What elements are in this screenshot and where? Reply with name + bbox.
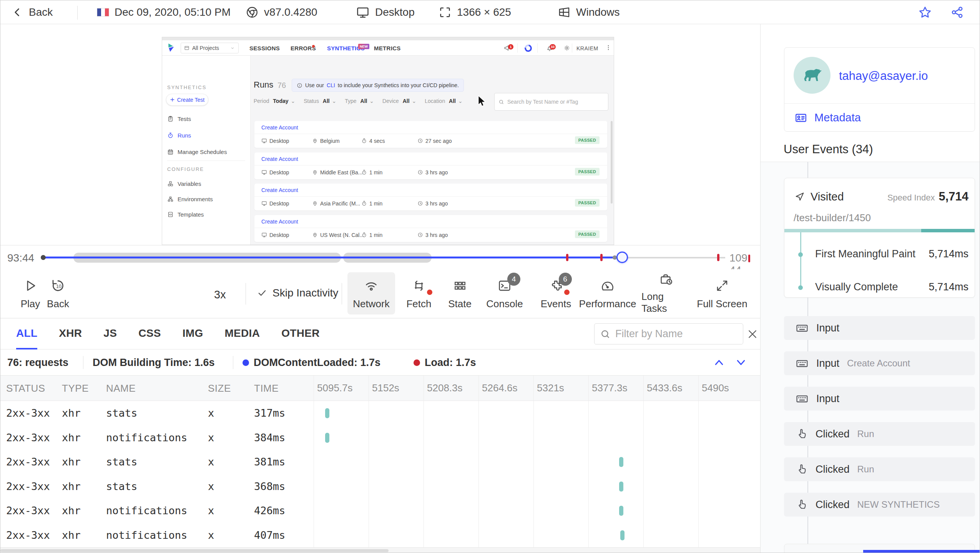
create-test-button[interactable]: Create Test: [166, 94, 208, 106]
user-event-card[interactable]: Input: [784, 316, 975, 340]
run-name-link[interactable]: Create Account: [261, 219, 298, 225]
user-event-card[interactable]: Clicked Run: [784, 422, 975, 446]
tab-metrics[interactable]: METRICS: [374, 40, 401, 56]
request-row[interactable]: 2xx-3xx xhr notifications x 407ms: [0, 523, 760, 548]
scrollbar-thumb[interactable]: [0, 549, 389, 552]
state-grid-icon: [453, 277, 467, 294]
chevron-left-icon: [12, 7, 23, 18]
filter-input[interactable]: [615, 328, 737, 340]
run-name-link[interactable]: Create Account: [261, 156, 298, 162]
user-event-card[interactable]: Input: [784, 387, 975, 411]
error-marker[interactable]: [566, 254, 568, 261]
horizontal-scrollbar[interactable]: [0, 547, 760, 553]
user-menu[interactable]: KRAIEM: [576, 45, 598, 51]
test-search-box[interactable]: [494, 93, 608, 111]
user-event-card[interactable]: Input Create Account: [784, 351, 975, 375]
filter-box[interactable]: [594, 323, 743, 344]
divider: [517, 43, 518, 53]
network-tab[interactable]: JS: [103, 318, 117, 349]
network-tab[interactable]: IMG: [183, 318, 203, 349]
sidebar-item-variables[interactable]: Variables: [167, 180, 201, 187]
visited-url[interactable]: /test-builder/1450: [794, 212, 871, 224]
sidebar-item-manage-schedules[interactable]: Manage Schedules: [167, 149, 227, 155]
cli-link[interactable]: CLI: [327, 82, 335, 88]
long-tasks-panel-button[interactable]: Long Tasks: [641, 272, 691, 315]
full-screen-button[interactable]: Full Screen: [695, 272, 749, 315]
back-button[interactable]: Back: [12, 0, 53, 24]
divider: [537, 43, 538, 53]
tab-errors[interactable]: ERRORS: [291, 40, 316, 56]
loading-spinner-icon: [523, 43, 533, 53]
project-selector[interactable]: All Projects: [181, 43, 239, 53]
favorite-button[interactable]: [918, 0, 932, 24]
request-row[interactable]: 2xx-3xx xhr stats x 381ms: [0, 450, 760, 474]
run-card[interactable]: Create Account Desktop Middle East (Ba..…: [254, 152, 607, 179]
sidebar-item-runs[interactable]: Runs: [167, 132, 191, 139]
kebab-menu-icon[interactable]: [605, 44, 612, 51]
chevron-down-icon: [230, 45, 235, 51]
run-location: US West (N. Cal...: [312, 228, 364, 242]
request-row[interactable]: 2xx-3xx xhr stats x 317ms: [0, 401, 760, 426]
run-name-link[interactable]: Create Account: [261, 187, 298, 193]
skip-inactivity-toggle[interactable]: Skip Inactivity: [257, 287, 338, 299]
user-email-link[interactable]: tahay@asayer.io: [839, 69, 928, 83]
filter-dropdown[interactable]: Status All ⌄: [304, 98, 336, 104]
request-row[interactable]: 2xx-3xx xhr notifications x 384ms: [0, 426, 760, 450]
speed-toggle[interactable]: 3x: [214, 288, 226, 301]
user-event-card[interactable]: Clicked NEW SYNTHETICS: [784, 493, 975, 517]
timeline-progress[interactable]: [43, 257, 622, 258]
load-time: Load: 1.7s: [414, 349, 476, 376]
filter-dropdown[interactable]: Location All ⌄: [425, 98, 462, 104]
app-scrollbar[interactable]: [611, 121, 613, 204]
network-tab[interactable]: XHR: [59, 318, 82, 349]
performance-panel-button[interactable]: Performance: [577, 272, 638, 315]
bell-badge: 33: [550, 44, 556, 50]
error-marker[interactable]: [600, 254, 603, 261]
run-name-link[interactable]: Create Account: [261, 124, 298, 131]
gear-icon[interactable]: [563, 44, 571, 52]
network-tab[interactable]: CSS: [138, 318, 161, 349]
network-tab[interactable]: MEDIA: [225, 318, 260, 349]
events-panel-button[interactable]: 6 Events: [536, 272, 576, 315]
console-panel-button[interactable]: 4 Console: [482, 272, 528, 315]
error-marker[interactable]: [717, 254, 719, 261]
sidebar-item-environments[interactable]: Environments: [167, 196, 213, 202]
request-row[interactable]: 2xx-3xx xhr notifications x 426ms: [0, 498, 760, 523]
playhead-handle[interactable]: [616, 252, 628, 263]
network-tabs-row: ALL XHR JS CSS IMG MEDIA OTHER: [0, 318, 760, 349]
sidebar-section-synthetics: SYNTHETICS: [167, 84, 206, 90]
close-panel-button[interactable]: [747, 328, 758, 340]
jump-next-button[interactable]: [735, 358, 747, 367]
tab-sessions[interactable]: SESSIONS: [249, 40, 280, 56]
metadata-button[interactable]: Metadata: [784, 104, 975, 132]
state-panel-button[interactable]: State: [442, 272, 478, 315]
share-button[interactable]: [950, 0, 964, 24]
network-panel-button[interactable]: Network: [347, 272, 395, 315]
network-tab[interactable]: ALL: [16, 318, 37, 349]
run-card[interactable]: Create Account Desktop US West (N. Cal..…: [254, 215, 607, 242]
run-card[interactable]: Create Account Desktop Belgium: [254, 121, 607, 148]
request-type: xhr: [62, 450, 81, 474]
sidebar-item-templates[interactable]: Templates: [167, 211, 204, 218]
blue-dot-icon: [243, 359, 249, 366]
event-connector: [807, 517, 808, 544]
sidebar-item-tests[interactable]: Tests: [167, 116, 191, 122]
request-type: xhr: [62, 426, 81, 450]
timeline-remaining[interactable]: [622, 257, 725, 258]
filter-dropdown[interactable]: Device All ⌄: [382, 98, 416, 104]
play-button[interactable]: Play: [18, 272, 43, 315]
alert-dot: [564, 290, 570, 295]
run-card[interactable]: Create Account Desktop Asia Pacific (M..…: [254, 184, 607, 210]
filter-dropdown[interactable]: Period Today ⌄: [254, 98, 295, 104]
visited-event-card[interactable]: Visited Speed Index 5,714 /test-builder/…: [784, 178, 975, 298]
network-tab[interactable]: OTHER: [281, 318, 320, 349]
request-row[interactable]: 2xx-3xx xhr stats x 368ms: [0, 474, 760, 499]
session-replay-page: Back Dec 09, 2020, 05:10 PM v87.0.4280 D…: [0, 0, 980, 553]
jump-previous-button[interactable]: [713, 358, 725, 367]
fetch-panel-button[interactable]: Fetch: [401, 272, 437, 315]
user-event-card[interactable]: Clicked Run: [784, 457, 975, 481]
location-pin-icon: [312, 232, 318, 238]
back-10s-button[interactable]: 10 Back: [45, 272, 71, 315]
test-search-input[interactable]: [507, 99, 604, 105]
filter-dropdown[interactable]: Type All ⌄: [345, 98, 374, 104]
